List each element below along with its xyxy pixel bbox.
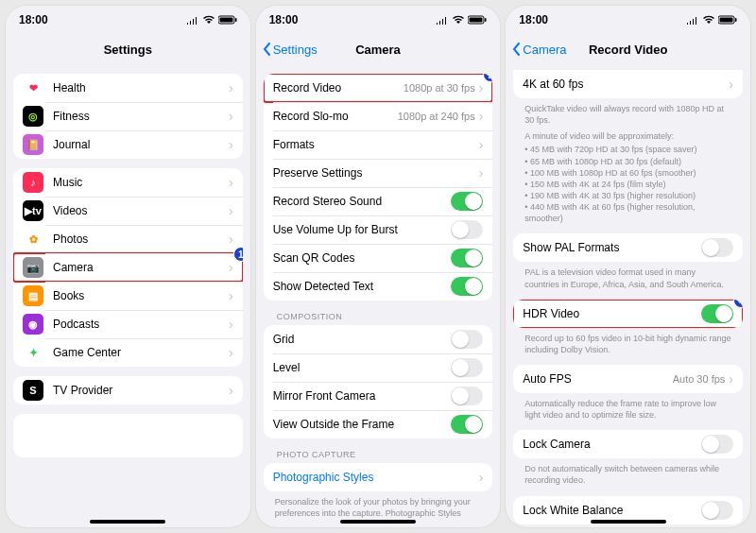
toggle-switch[interactable] [701, 501, 733, 520]
settings-row[interactable]: Use Volume Up for Burst [264, 215, 493, 244]
toggle-switch[interactable] [701, 304, 733, 323]
app-icon: ▶tv [23, 200, 43, 221]
row-label: Photographic Styles [273, 471, 479, 484]
settings-row[interactable]: ◉Podcasts› [13, 310, 243, 338]
svg-rect-7 [720, 18, 733, 23]
chevron-right-icon: › [229, 384, 233, 397]
app-icon: ▤ [23, 285, 43, 306]
settings-row[interactable]: Grid [264, 325, 493, 353]
status-time: 18:00 [519, 13, 548, 26]
toggle-switch[interactable] [451, 220, 483, 239]
settings-row[interactable]: ✦Game Center› [13, 338, 243, 367]
group-health: ❤︎Health›◎Fitness›📔Journal› [13, 74, 243, 159]
row-label: Level [273, 361, 452, 374]
settings-row[interactable]: ✿Photos› [13, 225, 243, 253]
settings-row[interactable]: Show PAL Formats [513, 233, 743, 262]
status-bar: 18:00 [256, 6, 501, 34]
toggle-switch[interactable] [451, 387, 483, 405]
footer-hdr: Record up to 60 fps video in 10-bit high… [513, 328, 743, 355]
settings-row[interactable]: ♪Music› [13, 168, 243, 197]
settings-row[interactable]: Auto FPSAuto 30 fps› [513, 365, 743, 393]
settings-row[interactable]: ❤︎Health› [13, 74, 243, 102]
toggle-switch[interactable] [451, 358, 483, 377]
toggle-switch[interactable] [451, 330, 483, 349]
settings-row[interactable]: ▶tvVideos› [13, 197, 243, 225]
row-label: Game Center [53, 346, 229, 359]
toggle-switch[interactable] [701, 435, 733, 454]
row-detail: 1080p at 240 fps [398, 111, 475, 122]
chevron-right-icon: › [229, 204, 233, 217]
row-label: Photos [53, 232, 229, 246]
chevron-right-icon: › [229, 81, 233, 95]
toggle-switch[interactable] [451, 249, 483, 267]
settings-row[interactable]: STV Provider› [13, 376, 243, 404]
group-composition: GridLevelMirror Front CameraView Outside… [264, 325, 493, 438]
chevron-right-icon: › [479, 110, 484, 123]
settings-row[interactable]: 4K at 60 fps› [513, 70, 743, 98]
settings-row[interactable]: 📔Journal› [13, 130, 243, 159]
settings-row[interactable]: Lock Camera [513, 430, 743, 458]
toggle-switch[interactable] [451, 415, 483, 434]
settings-row[interactable]: Formats› [264, 130, 493, 159]
settings-row[interactable]: Photographic Styles› [264, 463, 493, 491]
step-badge: 3 [733, 300, 743, 308]
step-badge: 2 [483, 74, 492, 82]
settings-row[interactable]: Record Slo-mo1080p at 240 fps› [264, 102, 493, 130]
row-label: Music [53, 176, 229, 189]
step-badge: 1 [233, 247, 243, 262]
settings-row[interactable]: Level [264, 353, 493, 382]
row-label: Use Volume Up for Burst [273, 223, 452, 236]
svg-rect-2 [235, 18, 237, 22]
app-icon: S [23, 380, 43, 401]
row-label: Scan QR Codes [273, 251, 452, 265]
app-icon: ✿ [23, 229, 43, 249]
row-label: Auto FPS [523, 372, 672, 386]
nav-bar: Settings Camera [256, 34, 501, 64]
settings-row[interactable]: Scan QR Codes [264, 244, 493, 272]
settings-row[interactable]: Record Stereo Sound [264, 187, 493, 215]
row-detail: Auto 30 fps [673, 373, 726, 385]
back-button[interactable]: Camera [511, 34, 566, 64]
settings-row[interactable]: 📷Camera›1 [13, 253, 243, 282]
row-label: Show Detected Text [273, 280, 452, 293]
status-icons [436, 15, 487, 25]
svg-rect-5 [485, 18, 487, 22]
settings-row[interactable]: Preserve Settings› [264, 159, 493, 187]
settings-row[interactable]: Mirror Front Camera [264, 382, 493, 410]
settings-row[interactable]: Record Video1080p at 30 fps›2 [264, 74, 493, 102]
app-icon: ✦ [23, 342, 43, 363]
settings-row[interactable]: View Outside the Frame [264, 410, 493, 438]
group-tv: STV Provider› [13, 376, 243, 404]
group-autofps: Auto FPSAuto 30 fps› [513, 365, 743, 393]
row-label: Health [53, 81, 229, 95]
group-record: Record Video1080p at 30 fps›2Record Slo-… [264, 74, 493, 301]
toggle-switch[interactable] [451, 277, 483, 296]
chevron-right-icon: › [729, 77, 733, 91]
row-label: Books [53, 289, 229, 302]
footer-autofps: Automatically reduce the frame rate to i… [513, 393, 743, 421]
toggle-switch[interactable] [701, 238, 733, 257]
chevron-right-icon: › [479, 166, 484, 180]
footer-photo: Personalize the look of your photos by b… [264, 491, 493, 519]
back-button[interactable]: Settings [262, 34, 318, 64]
settings-row[interactable]: ◎Fitness› [13, 102, 243, 130]
settings-row[interactable]: ▤Books› [13, 282, 243, 310]
app-icon: ❤︎ [23, 77, 43, 98]
phone-camera: 18:00 Settings Camera Record Video1080p … [256, 6, 501, 527]
phone-settings: 18:00 Settings ❤︎Health›◎Fitness›📔Journa… [6, 6, 250, 527]
settings-row[interactable]: HDR Video3 [513, 300, 743, 328]
chevron-right-icon: › [729, 372, 733, 386]
toggle-switch[interactable] [451, 192, 483, 211]
svg-rect-4 [470, 18, 483, 23]
chevron-left-icon [262, 42, 273, 57]
row-label: Record Stereo Sound [273, 195, 452, 208]
settings-row[interactable]: Show Detected Text [264, 272, 493, 301]
section-photo-capture: PHOTO CAPTURE [264, 438, 493, 463]
row-label: Lock Camera [523, 438, 701, 451]
nav-title: Camera [355, 43, 401, 57]
chevron-right-icon: › [479, 138, 484, 151]
back-label: Settings [273, 43, 318, 57]
home-indicator [90, 520, 165, 524]
chevron-right-icon: › [229, 261, 233, 274]
section-composition: COMPOSITION [264, 301, 493, 325]
